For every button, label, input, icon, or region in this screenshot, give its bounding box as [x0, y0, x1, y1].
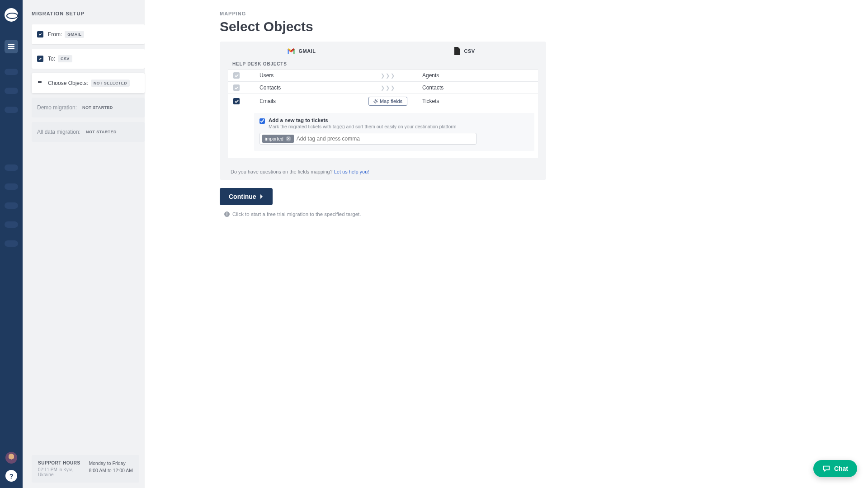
avatar[interactable]: [5, 452, 17, 464]
checkbox-icon: [233, 72, 240, 79]
step-label: Choose Objects:: [48, 80, 88, 86]
object-row-contacts: Contacts ❯❯❯ Contacts: [228, 81, 538, 94]
tag-chip: imported ✕: [262, 135, 294, 143]
eyebrow: MAPPING: [220, 11, 868, 16]
step-label: To:: [48, 56, 55, 62]
step-to[interactable]: To: CSV: [32, 49, 145, 69]
csv-file-icon: [454, 47, 460, 55]
continue-button[interactable]: Continue: [220, 188, 273, 205]
footer-question: Do you have questions on the fields mapp…: [231, 169, 334, 174]
nav-placeholder: [5, 88, 18, 94]
add-tag-sub: Mark the migrated tickets with tag(s) an…: [269, 124, 457, 129]
support-heading: SUPPORT HOURS: [38, 460, 89, 465]
gmail-icon: [287, 48, 295, 54]
nav-migrations-icon[interactable]: [5, 40, 18, 53]
arrow-icon: ❯❯❯: [367, 73, 409, 79]
chevron-right-icon: [260, 194, 264, 199]
source-label: GMAIL: [299, 48, 316, 54]
nav-placeholder: [5, 183, 18, 190]
support-hours-range: 8:00 AM to 12:00 AM: [89, 468, 133, 473]
support-time: 02:11 PM in Kyiv, Ukraine: [38, 467, 89, 477]
target-label: CSV: [464, 48, 475, 54]
hint-text: Click to start a free trial migration to…: [232, 211, 361, 217]
section-heading: HELP DESK OBJECTS: [228, 59, 538, 69]
panel-footer: Do you have questions on the fields mapp…: [220, 164, 546, 180]
step-demo[interactable]: Demo migration: NOT STARTED: [32, 98, 145, 117]
step-label: From:: [48, 31, 62, 38]
chat-icon: [822, 465, 830, 473]
svg-rect-0: [8, 44, 14, 45]
support-days: Monday to Friday: [89, 460, 133, 466]
continue-hint: i Click to start a free trial migration …: [220, 211, 868, 217]
row-source: Users: [259, 72, 367, 79]
panel-head: GMAIL CSV: [220, 42, 546, 59]
map-fields-button[interactable]: Map fields: [368, 97, 407, 106]
row-target: Agents: [409, 72, 534, 79]
step-list: From: GMAIL To: CSV Choose Objects: NOT …: [23, 24, 145, 142]
help-icon[interactable]: ?: [5, 470, 17, 482]
step-from[interactable]: From: GMAIL: [32, 24, 145, 44]
chat-label: Chat: [834, 465, 848, 472]
step-badge: NOT STARTED: [80, 104, 116, 111]
tag-input[interactable]: imported ✕: [259, 133, 476, 145]
step-all-data[interactable]: All data migration: NOT STARTED: [32, 122, 145, 142]
continue-label: Continue: [229, 193, 256, 200]
check-icon: [37, 56, 43, 62]
main: MAPPING Select Objects GMAIL CSV HELP DE…: [145, 0, 868, 217]
step-badge: NOT STARTED: [83, 128, 119, 136]
row-target: Tickets: [409, 98, 534, 104]
checkbox-icon[interactable]: [233, 98, 240, 104]
nav-placeholder: [5, 240, 18, 247]
remove-tag-icon[interactable]: ✕: [286, 136, 291, 141]
step-choose-objects[interactable]: Choose Objects: NOT SELECTED: [32, 73, 145, 93]
logo-icon: [5, 8, 18, 22]
step-badge: CSV: [58, 55, 72, 62]
tag-block: Add a new tag to tickets Mark the migrat…: [228, 108, 538, 158]
row-target: Contacts: [409, 84, 534, 91]
object-row-users: Users ❯❯❯ Agents: [228, 69, 538, 81]
map-fields-label: Map fields: [380, 99, 402, 104]
add-tag-title: Add a new tag to tickets: [269, 117, 457, 123]
row-source: Contacts: [259, 84, 367, 91]
flag-icon: [37, 80, 43, 86]
nav-placeholder: [5, 164, 18, 171]
nav-placeholder: [5, 202, 18, 209]
tag-text-input[interactable]: [294, 135, 474, 143]
target-header: CSV: [383, 47, 546, 55]
svg-rect-1: [8, 46, 14, 47]
nav-placeholder: [5, 107, 18, 113]
page-title: Select Objects: [220, 19, 868, 34]
objects-panel: GMAIL CSV HELP DESK OBJECTS Users ❯❯❯ Ag…: [220, 42, 546, 180]
support-hours: SUPPORT HOURS 02:11 PM in Kyiv, Ukraine …: [32, 455, 139, 483]
nav-placeholder: [5, 221, 18, 228]
objects-table: HELP DESK OBJECTS Users ❯❯❯ Agents Conta…: [220, 59, 546, 164]
nav-placeholder: [5, 69, 18, 75]
check-icon: [37, 31, 43, 38]
row-source: Emails: [259, 98, 367, 104]
info-icon: i: [224, 211, 230, 217]
sidebar: MIGRATION SETUP From: GMAIL To: CSV Choo…: [23, 0, 145, 488]
nav-rail: ?: [0, 0, 23, 488]
step-label: Demo migration:: [37, 104, 77, 111]
gear-icon: [373, 99, 378, 103]
step-label: All data migration:: [37, 129, 80, 135]
svg-rect-2: [8, 48, 14, 49]
source-header: GMAIL: [220, 47, 383, 55]
help-link[interactable]: Let us help you!: [334, 169, 369, 174]
step-badge: GMAIL: [65, 31, 84, 38]
tag-chip-label: imported: [265, 136, 283, 141]
checkbox-icon: [233, 84, 240, 91]
add-tag-checkbox[interactable]: [259, 118, 265, 124]
step-badge: NOT SELECTED: [91, 80, 130, 87]
chat-button[interactable]: Chat: [813, 460, 857, 477]
object-row-emails: Emails Map fields Tickets: [228, 94, 538, 108]
arrow-icon: ❯❯❯: [367, 85, 409, 91]
svg-point-3: [375, 100, 377, 102]
sidebar-title: MIGRATION SETUP: [23, 11, 145, 24]
